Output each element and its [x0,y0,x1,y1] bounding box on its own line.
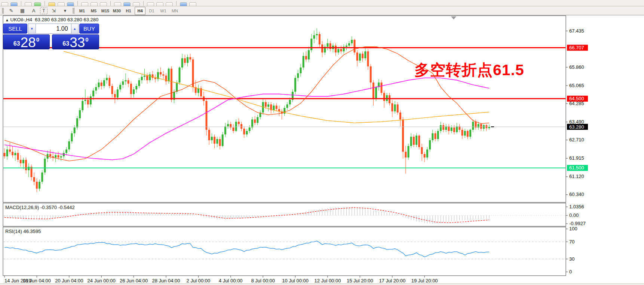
time-axis-label: 10 Jul 00:00 [282,278,309,284]
time-axis-label: 19 Jul 20:00 [411,278,438,284]
rsi-axis-label: 30 [569,256,574,262]
time-axis-label: 20 Jun 04:00 [55,278,83,284]
sell-price-small: 63 [13,41,20,47]
price-badge-label: 64.500 [569,96,584,101]
time-axis-label: 12 Jul 00:00 [315,278,341,284]
sell-price[interactable]: 63 28 0 [3,34,50,49]
sell-price-sup: 0 [36,37,39,42]
price-axis-label: 67.435 [569,28,584,34]
price-badge-label: 66.707 [569,45,584,50]
macd-axis-label: 1.0356 [569,204,584,209]
time-axis-label: 2 Jul 00:00 [187,278,211,284]
time-axis-label: 28 Jun 04:00 [152,278,180,284]
rsi-axis-label: 70 [569,239,574,245]
price-badge-label: 63.280 [569,124,584,130]
collapse-triangle-icon[interactable]: ▲ [5,18,9,22]
macd-main-value: -0.3570 [40,205,57,210]
macd-axis-label: -0.9927 [569,221,586,226]
price-axis-label: 60.340 [569,191,584,197]
price-axis-label: 61.120 [569,174,584,179]
rsi-value: 46.3595 [23,229,41,234]
buy-price-small: 63 [62,41,69,47]
symbol-name: UKOil-,H4 [10,17,33,22]
rsi-axis-label: 0 [569,269,572,275]
macd-name: MACD(12,26,9) [5,205,39,210]
macd-axis-label: 0.00 [569,212,579,218]
status-strip [0,284,644,285]
buy-price[interactable]: 63 33 0 [52,34,99,49]
time-axis-label: 8 Jul 00:00 [251,278,275,284]
volume-decrease-button[interactable]: ▼ [28,24,36,34]
buy-button[interactable]: BUY [79,24,99,34]
macd-panel[interactable] [3,203,566,226]
ohlc-values: 63.280 63.280 63.280 63.280 [35,17,98,22]
time-axis-label: 15 Jul 20:00 [347,278,373,284]
price-axis-label: 65.860 [569,64,584,70]
price-badge-label: 61.500 [569,165,584,171]
sell-price-big: 28 [21,37,36,48]
sell-button[interactable]: SELL [3,24,27,34]
rsi-axis-label: 100 [569,226,577,232]
rsi-indicator-label: RSI(14) 46.3595 [5,229,41,234]
rsi-name: RSI(14) [5,229,22,234]
time-axis-label: 4 Jul 00:00 [219,278,243,284]
caret-down-icon: ▼ [30,27,34,31]
chart-title: ▲ UKOil-,H4 63.280 63.280 63.280 63.280 [5,17,98,22]
volume-input[interactable] [36,24,71,34]
buy-price-big: 33 [70,37,85,48]
price-axis-label: 61.915 [569,155,584,161]
macd-signal-value: -0.5442 [58,205,75,210]
one-click-trading-panel: SELL ▼ ▲ BUY 63 28 0 63 33 0 [3,24,99,49]
time-axis-label: 24 Jun 00:00 [88,278,116,284]
volume-increase-button[interactable]: ▲ [71,24,79,34]
time-axis-label: 26 Jun 04:00 [120,278,148,284]
rsi-panel[interactable] [3,227,566,276]
macd-indicator-label: MACD(12,26,9) -0.3570 -0.5442 [5,205,75,210]
time-axis-label: 17 Jul 20:00 [379,278,405,284]
price-axis-label: 65.065 [569,83,584,88]
price-axis-label: 62.710 [569,137,584,142]
buy-price-sup: 0 [85,37,88,42]
caret-up-icon: ▲ [73,27,76,31]
chart-text-annotation: 多空转折点61.5 [414,60,524,80]
time-axis-label: 18 Jun 04:00 [23,278,51,284]
